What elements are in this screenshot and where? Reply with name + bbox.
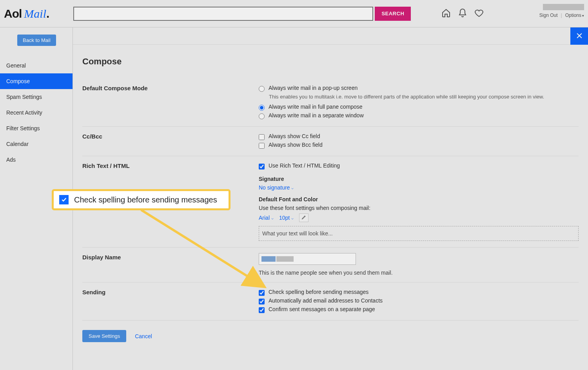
radio-fullpane-input[interactable]: [259, 105, 265, 111]
section-ccbcc: Cc/Bcc Always show Cc field Always show …: [82, 127, 579, 156]
font-hint: Use these font settings when composing m…: [259, 205, 579, 211]
user-block: Sign Out | Options▾: [539, 4, 584, 18]
label-compose-mode: Default Compose Mode: [82, 84, 259, 120]
display-name-hint: This is the name people see when you sen…: [259, 270, 579, 276]
label-ccbcc: Cc/Bcc: [82, 132, 259, 149]
search-input[interactable]: [73, 7, 373, 21]
options-link[interactable]: Options▾: [565, 13, 584, 18]
radio-popup-label: Always write mail in a pop-up screen: [269, 85, 358, 91]
font-name-dropdown[interactable]: Arial ⌵: [259, 215, 274, 221]
section-sending: Sending Check spelling before sending me…: [82, 283, 579, 321]
radio-fullpane-label: Always write mail in full pane compose: [269, 104, 363, 110]
checkbox-show-bcc-input[interactable]: [259, 143, 265, 149]
nav-general[interactable]: General: [0, 58, 73, 73]
callout-highlight: Check spelling before sending messages: [52, 189, 230, 210]
logo-aol: Aol: [4, 7, 22, 20]
checkbox-auto-add-contacts-label: Automatically add email addresses to Con…: [269, 297, 383, 304]
radio-popup-desc: This enables you to multitask i.e. move …: [269, 93, 579, 100]
signature-dropdown[interactable]: No signature ⌵: [259, 184, 294, 191]
display-name-redacted: [261, 256, 276, 262]
header-icon-row: [441, 8, 484, 19]
titlebar-strip: [73, 27, 570, 45]
separator: |: [561, 13, 562, 18]
label-sending: Sending: [82, 288, 259, 314]
font-color-button[interactable]: [299, 213, 309, 222]
display-name-input[interactable]: [259, 253, 356, 265]
logo-dot: .: [46, 7, 49, 20]
checkbox-check-spelling-label: Check spelling before sending messages: [269, 289, 368, 295]
back-to-mail-button[interactable]: Back to Mail: [17, 35, 56, 46]
cancel-link[interactable]: Cancel: [135, 333, 152, 339]
user-name-redacted: [543, 4, 584, 10]
chevron-down-icon: ⌵: [291, 186, 294, 190]
radio-fullpane[interactable]: Always write mail in full pane compose: [259, 103, 579, 111]
nav-recent-activity[interactable]: Recent Activity: [0, 105, 73, 120]
page-title: Compose: [82, 57, 579, 67]
checkbox-auto-add-contacts-input[interactable]: [259, 299, 265, 304]
label-displayname: Display Name: [82, 253, 259, 276]
logo[interactable]: Aol Mail .: [4, 7, 49, 20]
font-size-dropdown[interactable]: 10pt ⌵: [279, 215, 294, 221]
chevron-down-icon: ⌵: [271, 216, 274, 220]
checkbox-check-spelling-input[interactable]: [259, 290, 265, 296]
footer-actions: Save Settings Cancel: [82, 321, 579, 354]
checkbox-confirm-sent[interactable]: Confirm sent messages on a separate page: [259, 305, 579, 314]
search-button[interactable]: SEARCH: [375, 7, 411, 21]
callout-checkbox-icon: [59, 195, 69, 204]
checkbox-confirm-sent-label: Confirm sent messages on a separate page: [269, 306, 375, 312]
logo-mail: Mail: [24, 7, 46, 20]
font-size-value: 10pt: [279, 215, 290, 221]
header: Aol Mail . SEARCH Sign Out | Options▾: [0, 0, 588, 27]
nav-ads[interactable]: Ads: [0, 152, 73, 168]
radio-popup-input[interactable]: [259, 86, 265, 92]
checkbox-show-cc-input[interactable]: [259, 134, 265, 140]
radio-separate[interactable]: Always write mail in a separate window: [259, 111, 579, 120]
radio-separate-label: Always write mail in a separate window: [269, 112, 364, 118]
nav-compose[interactable]: Compose: [0, 73, 73, 89]
checkbox-auto-add-contacts[interactable]: Automatically add email addresses to Con…: [259, 297, 579, 305]
settings-nav: General Compose Spam Settings Recent Act…: [0, 58, 73, 168]
close-button[interactable]: [570, 27, 588, 45]
checkbox-check-spelling[interactable]: Check spelling before sending messages: [259, 288, 579, 297]
close-icon: [575, 32, 583, 41]
font-name-value: Arial: [259, 215, 270, 221]
section-displayname: Display Name This is the name people see…: [82, 248, 579, 283]
checkbox-richtext-input[interactable]: [259, 164, 265, 170]
checkbox-show-cc[interactable]: Always show Cc field: [259, 132, 579, 141]
display-name-redacted: [276, 256, 294, 262]
nav-calendar[interactable]: Calendar: [0, 136, 73, 152]
signature-value: No signature: [259, 184, 290, 191]
font-heading: Default Font and Color: [259, 196, 579, 202]
section-compose-mode: Default Compose Mode Always write mail i…: [82, 78, 579, 127]
signature-heading: Signature: [259, 176, 579, 182]
checkbox-richtext[interactable]: Use Rich Text / HTML Editing: [259, 162, 579, 170]
radio-popup[interactable]: Always write mail in a pop-up screen: [259, 84, 579, 93]
checkbox-show-cc-label: Always show Cc field: [269, 133, 320, 139]
callout-label: Check spelling before sending messages: [74, 195, 217, 204]
font-preview: What your text will look like...: [259, 226, 579, 241]
sign-out-link[interactable]: Sign Out: [539, 13, 558, 18]
radio-separate-input[interactable]: [259, 113, 265, 119]
checkbox-richtext-label: Use Rich Text / HTML Editing: [269, 162, 340, 169]
checkbox-show-bcc-label: Always show Bcc field: [269, 142, 323, 148]
bell-icon[interactable]: [458, 8, 467, 19]
checkbox-show-bcc[interactable]: Always show Bcc field: [259, 141, 579, 149]
checkbox-confirm-sent-input[interactable]: [259, 307, 265, 313]
home-icon[interactable]: [441, 8, 451, 19]
nav-spam-settings[interactable]: Spam Settings: [0, 89, 73, 105]
pencil-icon: [301, 215, 307, 221]
heart-icon[interactable]: [474, 8, 484, 19]
chevron-down-icon: ⌵: [291, 216, 294, 220]
save-settings-button[interactable]: Save Settings: [82, 330, 126, 342]
nav-filter-settings[interactable]: Filter Settings: [0, 120, 73, 136]
